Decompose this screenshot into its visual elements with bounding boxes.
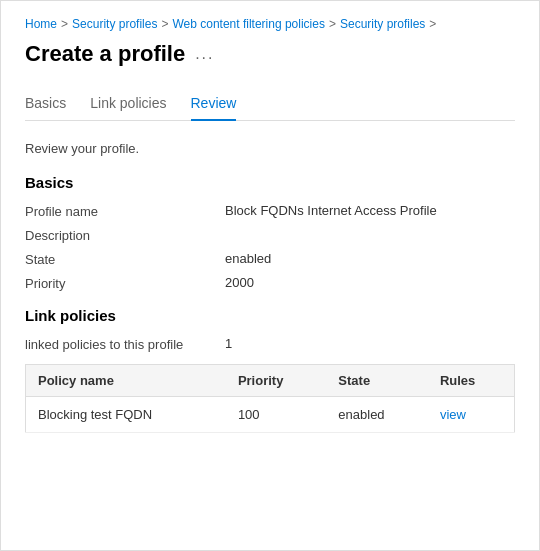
table-cell-priority: 100 xyxy=(226,397,326,433)
col-header-rules: Rules xyxy=(428,365,515,397)
table-row: Blocking test FQDN 100 enabled view xyxy=(26,397,515,433)
view-rules-link[interactable]: view xyxy=(440,407,466,422)
breadcrumb-sep-3: > xyxy=(329,17,336,31)
breadcrumb-sep-1: > xyxy=(61,17,68,31)
table-cell-state: enabled xyxy=(326,397,428,433)
breadcrumb-home[interactable]: Home xyxy=(25,17,57,31)
breadcrumb-sep-2: > xyxy=(161,17,168,31)
breadcrumb-web-content[interactable]: Web content filtering policies xyxy=(172,17,325,31)
table-header-row: Policy name Priority State Rules xyxy=(26,365,515,397)
link-policies-section-title: Link policies xyxy=(25,307,515,324)
description-label: Description xyxy=(25,227,225,243)
linked-policies-row: linked policies to this profile 1 xyxy=(25,336,515,352)
page-container: Home > Security profiles > Web content f… xyxy=(0,0,540,551)
state-value: enabled xyxy=(225,251,271,266)
page-header: Create a profile ... xyxy=(25,41,515,67)
linked-policies-label: linked policies to this profile xyxy=(25,336,225,352)
policies-table: Policy name Priority State Rules Blockin… xyxy=(25,364,515,433)
breadcrumb-security-profiles-1[interactable]: Security profiles xyxy=(72,17,157,31)
page-title: Create a profile xyxy=(25,41,185,67)
tab-link-policies[interactable]: Link policies xyxy=(90,87,166,121)
col-header-priority: Priority xyxy=(226,365,326,397)
tab-bar: Basics Link policies Review xyxy=(25,87,515,121)
description-row: Description xyxy=(25,227,515,243)
breadcrumb: Home > Security profiles > Web content f… xyxy=(25,17,515,31)
priority-value: 2000 xyxy=(225,275,254,290)
basics-section: Basics Profile name Block FQDNs Internet… xyxy=(25,174,515,291)
table-cell-policy-name: Blocking test FQDN xyxy=(26,397,226,433)
breadcrumb-sep-4: > xyxy=(429,17,436,31)
more-options-button[interactable]: ... xyxy=(195,45,214,63)
profile-name-value: Block FQDNs Internet Access Profile xyxy=(225,203,437,218)
col-header-policy-name: Policy name xyxy=(26,365,226,397)
breadcrumb-security-profiles-2[interactable]: Security profiles xyxy=(340,17,425,31)
link-policies-section: Link policies linked policies to this pr… xyxy=(25,307,515,433)
tab-review[interactable]: Review xyxy=(191,87,237,121)
tab-basics[interactable]: Basics xyxy=(25,87,66,121)
review-subtitle: Review your profile. xyxy=(25,141,515,156)
priority-label: Priority xyxy=(25,275,225,291)
state-label: State xyxy=(25,251,225,267)
profile-name-row: Profile name Block FQDNs Internet Access… xyxy=(25,203,515,219)
table-cell-rules: view xyxy=(428,397,515,433)
priority-row: Priority 2000 xyxy=(25,275,515,291)
basics-section-title: Basics xyxy=(25,174,515,191)
state-row: State enabled xyxy=(25,251,515,267)
profile-name-label: Profile name xyxy=(25,203,225,219)
linked-policies-count: 1 xyxy=(225,336,232,351)
col-header-state: State xyxy=(326,365,428,397)
